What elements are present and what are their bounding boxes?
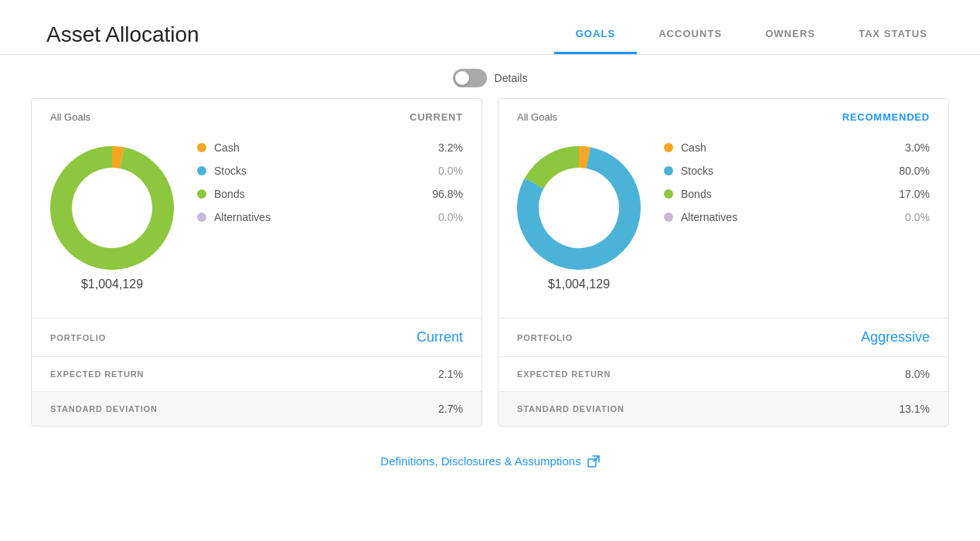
- legend-item: Stocks 0.0%: [197, 165, 463, 177]
- stat-value: 2.1%: [438, 368, 463, 380]
- legend-dot: [664, 143, 673, 152]
- legend-value: 0.0%: [428, 165, 463, 177]
- legend-value: 96.8%: [428, 188, 463, 200]
- donut-container-recommended: $1,004,129: [517, 138, 641, 302]
- stat-row-2: STANDARD DEVIATION 13.1%: [499, 391, 948, 426]
- card-section-title: All Goals: [50, 111, 90, 123]
- legend-value: 80.0%: [895, 165, 930, 177]
- footer-link-text: Definitions, Disclosures & Assumptions: [380, 454, 580, 468]
- legend-label: Alternatives: [214, 211, 428, 223]
- card-badge-recommended: RECOMMENDED: [842, 111, 930, 123]
- card-badge-current: CURRENT: [410, 111, 463, 123]
- donut-value-recommended: $1,004,129: [548, 277, 610, 291]
- stat-row-1: EXPECTED RETURN 8.0%: [499, 356, 948, 391]
- details-toggle[interactable]: [453, 69, 487, 87]
- legend-label: Bonds: [214, 188, 428, 200]
- card-current: All Goals CURRENT $1,004,129 Cash 3.2% S…: [31, 98, 482, 427]
- nav-tab-tax-status[interactable]: TAX STATUS: [837, 15, 949, 54]
- legend-dot: [197, 189, 206, 199]
- donut-value-current: $1,004,129: [81, 277, 143, 291]
- legend-value: 3.0%: [895, 141, 930, 154]
- legend-dot: [197, 213, 206, 222]
- header: Asset Allocation GOALSACCOUNTSOWNERSTAX …: [0, 0, 980, 55]
- card-header-recommended: All Goals RECOMMENDED: [499, 99, 948, 123]
- stat-value: Aggressive: [861, 329, 930, 345]
- stat-value: 8.0%: [905, 368, 930, 380]
- stat-label: EXPECTED RETURN: [517, 369, 611, 379]
- external-link-icon: [587, 455, 600, 468]
- stat-label: STANDARD DEVIATION: [517, 404, 624, 413]
- legend-label: Cash: [681, 141, 895, 154]
- legend-dot: [197, 166, 206, 175]
- legend-value: 17.0%: [895, 188, 930, 200]
- legend-label: Stocks: [681, 165, 895, 177]
- page-title: Asset Allocation: [46, 22, 199, 47]
- toggle-thumb: [455, 71, 469, 85]
- legend-current: Cash 3.2% Stocks 0.0% Bonds 96.8% Altern…: [197, 138, 463, 234]
- nav-tab-goals[interactable]: GOALS: [554, 15, 637, 54]
- legend-item: Cash 3.0%: [664, 141, 930, 154]
- card-top-recommended: $1,004,129 Cash 3.0% Stocks 80.0% Bonds …: [499, 123, 948, 318]
- stat-row-0: PORTFOLIO Aggressive: [499, 318, 948, 356]
- stat-label: PORTFOLIO: [517, 333, 573, 342]
- legend-label: Bonds: [681, 188, 895, 200]
- legend-value: 3.2%: [428, 141, 463, 154]
- footer-link[interactable]: Definitions, Disclosures & Assumptions: [0, 442, 980, 475]
- card-recommended: All Goals RECOMMENDED $1,004,129 Cash 3.…: [498, 98, 949, 427]
- legend-item: Stocks 80.0%: [664, 165, 930, 177]
- legend-item: Bonds 17.0%: [664, 188, 930, 200]
- stat-label: EXPECTED RETURN: [50, 369, 144, 379]
- legend-item: Cash 3.2%: [197, 141, 463, 154]
- legend-item: Bonds 96.8%: [197, 188, 463, 200]
- stat-value: 2.7%: [438, 403, 463, 415]
- cards-row: All Goals CURRENT $1,004,129 Cash 3.2% S…: [0, 98, 980, 427]
- card-section-title: All Goals: [517, 111, 557, 123]
- legend-dot: [664, 213, 673, 222]
- donut-container-current: $1,004,129: [50, 138, 174, 302]
- details-label: Details: [495, 72, 528, 84]
- legend-item: Alternatives 0.0%: [664, 211, 930, 223]
- stat-label: PORTFOLIO: [50, 333, 106, 342]
- nav-tab-accounts[interactable]: ACCOUNTS: [637, 15, 744, 54]
- stat-value: Current: [417, 329, 463, 345]
- legend-dot: [197, 143, 206, 152]
- stat-label: STANDARD DEVIATION: [50, 404, 158, 413]
- card-header-current: All Goals CURRENT: [32, 99, 481, 123]
- legend-label: Alternatives: [681, 211, 895, 223]
- legend-label: Stocks: [214, 165, 428, 177]
- legend-recommended: Cash 3.0% Stocks 80.0% Bonds 17.0% Alter…: [664, 138, 930, 234]
- stat-value: 13.1%: [899, 403, 930, 415]
- details-bar: Details: [0, 55, 980, 98]
- stat-row-2: STANDARD DEVIATION 2.7%: [32, 391, 481, 426]
- legend-dot: [664, 189, 673, 199]
- legend-label: Cash: [214, 141, 428, 154]
- card-top-current: $1,004,129 Cash 3.2% Stocks 0.0% Bonds 9…: [32, 123, 481, 318]
- legend-value: 0.0%: [895, 211, 930, 223]
- nav-tab-owners[interactable]: OWNERS: [744, 15, 837, 54]
- nav-tabs: GOALSACCOUNTSOWNERSTAX STATUS: [554, 15, 949, 54]
- legend-dot: [664, 166, 673, 175]
- legend-value: 0.0%: [428, 211, 463, 223]
- stat-row-1: EXPECTED RETURN 2.1%: [32, 356, 481, 391]
- legend-item: Alternatives 0.0%: [197, 211, 463, 223]
- stat-row-0: PORTFOLIO Current: [32, 318, 481, 356]
